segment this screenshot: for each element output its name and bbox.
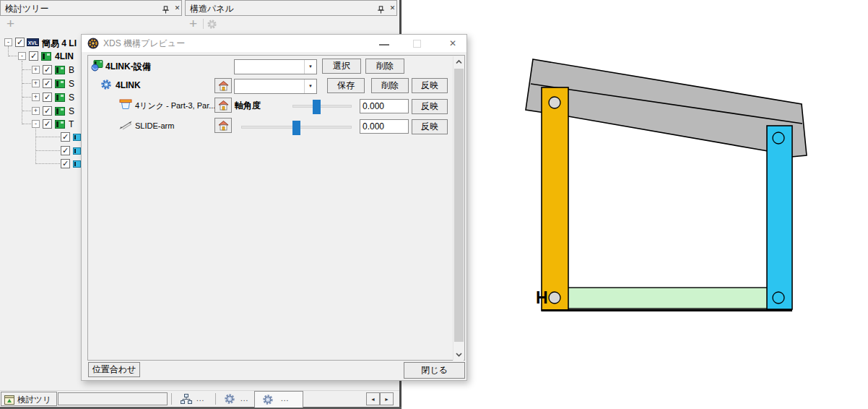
scroll-down-icon[interactable]: [453, 349, 464, 361]
tree-item-label[interactable]: S: [69, 92, 74, 103]
tree-item-label[interactable]: S: [69, 79, 74, 89]
delete-mechanism-button[interactable]: 削除: [371, 78, 409, 93]
joint-circle: [549, 97, 560, 108]
add-button[interactable]: +: [189, 17, 197, 30]
equipment-label: 4LINK-設備: [105, 61, 151, 73]
select-button[interactable]: 選択: [322, 59, 361, 74]
mechanism-label: 4LINK: [116, 80, 141, 90]
tree-checkbox[interactable]: ✓: [43, 79, 52, 88]
structure-panel-title: 構造パネル: [190, 3, 234, 15]
scrollbar-thumb[interactable]: [454, 69, 464, 342]
xvl-badge-icon: XVL: [27, 38, 39, 46]
tree-checkbox[interactable]: ✓: [61, 146, 70, 155]
close-icon[interactable]: ✕: [443, 38, 462, 49]
org-chart-icon: [181, 394, 192, 408]
save-button[interactable]: 保存: [327, 78, 365, 93]
home-position-button[interactable]: [214, 118, 232, 133]
minimize-icon[interactable]: [379, 44, 389, 46]
tree-item-label[interactable]: T: [69, 119, 74, 129]
tab-structure[interactable]: ...: [175, 392, 214, 407]
application-window: 検討ツリー ✕ 構造パネル ✕ + +: [0, 0, 868, 409]
study-tree-panel-header: 検討ツリー ✕: [0, 0, 182, 16]
delete-equipment-button[interactable]: 削除: [365, 59, 404, 74]
tree-item-label[interactable]: 4LIN: [55, 51, 74, 61]
tab-mechanism-2-active[interactable]: ...: [254, 391, 303, 408]
mechanism-combobox[interactable]: ▼: [234, 79, 317, 94]
slide-arm-value-field[interactable]: 0.000: [360, 119, 409, 134]
four-link-joint-label: 4リンク - Part-3, Par...: [135, 100, 215, 111]
close-dialog-button[interactable]: 閉じる: [404, 362, 465, 379]
tree-expander[interactable]: -: [4, 38, 12, 46]
tab-overflow-label: ...: [281, 395, 289, 402]
part-icon: [73, 147, 81, 155]
tab-study-tree[interactable]: 検討ツリー: [1, 392, 57, 406]
apply-mechanism-button[interactable]: 反映: [412, 78, 448, 93]
pin-icon[interactable]: [376, 4, 386, 13]
gear-icon: [224, 393, 235, 408]
tree-checkbox[interactable]: ✓: [61, 132, 70, 142]
gear-icon[interactable]: [207, 19, 217, 33]
joint-circle: [549, 292, 560, 303]
tree-checkbox[interactable]: ✓: [43, 92, 52, 102]
study-tree-panel-title: 検討ツリー: [5, 3, 49, 15]
tree-expander[interactable]: +: [32, 93, 40, 101]
close-icon[interactable]: ✕: [388, 4, 397, 13]
scroll-up-icon[interactable]: [453, 56, 464, 68]
tree-checkbox[interactable]: ✓: [43, 65, 52, 74]
tree-checkbox[interactable]: ✓: [15, 38, 25, 47]
tab-mechanism-1[interactable]: ...: [218, 392, 253, 407]
axis-angle-value-field[interactable]: 0.000: [360, 99, 409, 113]
tree-checkbox[interactable]: ✓: [29, 51, 38, 61]
align-position-button[interactable]: 位置合わせ: [88, 362, 140, 377]
tree-item-label[interactable]: 簡易 4 LI: [42, 38, 77, 50]
tree-expander[interactable]: +: [32, 79, 40, 87]
tree-item-label[interactable]: S: [69, 106, 74, 116]
gear-icon: [262, 394, 274, 408]
tab-study-tree-label: 検討ツリー: [17, 395, 56, 409]
xds-mechanism-preview-dialog: XDS 機構プレビュー ✕ 4LINK-設備 ▼ 選択 削除 4LINK: [81, 34, 467, 381]
linkage-mechanism-drawing: H: [505, 43, 830, 332]
apply-slide-button[interactable]: 反映: [412, 119, 448, 134]
bottom-tab-bar: 検討ツリー ... ... ... ◄ ►: [0, 390, 399, 407]
tab-scroll-left-button[interactable]: ◄: [366, 392, 380, 405]
chevron-down-icon[interactable]: ▼: [304, 79, 316, 93]
slide-arm-label: SLIDE-arm: [135, 121, 174, 130]
assembly-icon: [55, 120, 65, 129]
pin-icon[interactable]: [161, 4, 170, 13]
tree-expander[interactable]: +: [32, 107, 40, 115]
home-position-button[interactable]: [214, 78, 232, 93]
tree-item-label[interactable]: B: [69, 65, 74, 75]
house-icon: [218, 81, 229, 91]
tree-checkbox[interactable]: ✓: [43, 106, 52, 116]
axis-angle-slider-track[interactable]: [292, 105, 352, 108]
tree-checkbox[interactable]: ✓: [43, 119, 52, 129]
right-link-shape: [767, 126, 792, 309]
tree-expander[interactable]: +: [32, 66, 40, 74]
dialog-titlebar[interactable]: XDS 機構プレビュー ✕: [82, 35, 466, 52]
tree-checkbox[interactable]: ✓: [61, 159, 70, 168]
assembly-icon: [55, 107, 65, 116]
equipment-combobox[interactable]: ▼: [234, 59, 317, 74]
slide-arm-slider-handle[interactable]: [292, 121, 300, 135]
tab-overflow-label: ...: [196, 395, 204, 402]
tab-divider: [215, 393, 216, 405]
axis-angle-slider-handle[interactable]: [313, 100, 321, 114]
apply-axis-button[interactable]: 反映: [412, 99, 448, 114]
tree-expander[interactable]: -: [18, 52, 26, 60]
mechanism-gear-icon: [100, 79, 112, 93]
dialog-scrollbar[interactable]: [453, 56, 464, 361]
3d-viewport[interactable]: H: [402, 0, 868, 409]
axis-angle-label: 軸角度: [235, 100, 261, 112]
tree-expander[interactable]: -: [32, 120, 40, 128]
chevron-down-icon[interactable]: ▼: [304, 60, 316, 74]
add-button[interactable]: +: [6, 17, 14, 30]
home-position-button[interactable]: [214, 98, 232, 113]
assembly-icon: [55, 79, 65, 88]
slide-joint-icon: [119, 120, 132, 133]
assembly-icon: [55, 66, 65, 74]
maximize-icon[interactable]: [413, 40, 421, 48]
close-icon[interactable]: ✕: [173, 4, 182, 13]
tab-scroll-right-button[interactable]: ►: [380, 392, 394, 405]
ground-joint-label: H: [536, 288, 548, 307]
assembly-icon: [55, 93, 65, 102]
